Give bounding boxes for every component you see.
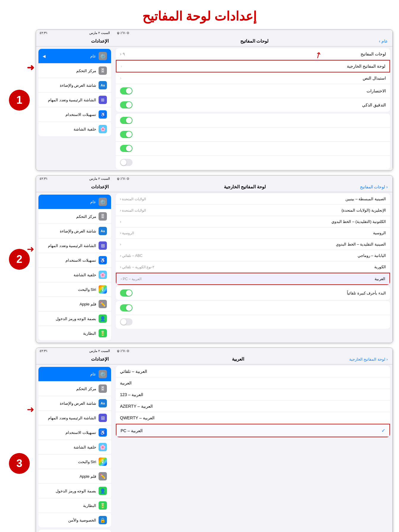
settings-item-wallpaper-1[interactable]: 🌸 خلفية الشاشة: [38, 122, 111, 136]
chinese-simp-right: الولايات المتحدة ‹: [120, 197, 146, 201]
control-label-1: مركز التحكم: [76, 69, 96, 73]
kb-chinese-simplified[interactable]: الصينية المبسطة – بينبين الولايات المتحد…: [116, 193, 390, 205]
arabic-right: العربية – PC ‹: [121, 277, 141, 281]
settings-siri-3[interactable]: 🎙 Siri والبحث: [38, 455, 111, 469]
kb-arabic[interactable]: العربية العربية – PC ‹: [116, 273, 390, 285]
chinese-simp-label: الصينية المبسطة – بينبين: [345, 197, 386, 201]
toggle-1[interactable]: [120, 117, 133, 124]
general-icon-2: ⚙️: [99, 198, 107, 206]
settings-item-general-1[interactable]: ⚙️ عام ◀: [38, 49, 111, 63]
display-icon-2: Aa: [99, 227, 107, 235]
arabic-plain[interactable]: العربية: [116, 377, 390, 389]
settings-display-3[interactable]: Aa شاشة العرض والإضاءة: [38, 396, 111, 411]
kb-celtic[interactable]: الكلتونية (التقليدية) – الخط البدوي ‹: [116, 216, 390, 227]
settings-list-3: ⚙️ عام 🎛 مركز التحكم Aa: [38, 367, 111, 527]
arabic-azerty[interactable]: العربية – AZERTY: [116, 401, 390, 412]
toggle-extra-1[interactable]: [116, 301, 390, 315]
settings-general-3[interactable]: ⚙️ عام: [38, 367, 111, 381]
general-icon-1: ⚙️: [99, 52, 107, 60]
external-keyboards-list: الصينية المبسطة – بينبين الولايات المتحد…: [116, 193, 390, 285]
screen-wrapper-2: ψ ٪٦١ ⊙ ‹ لوحات المفاتيح لوحة المفاتيح ا…: [36, 175, 393, 343]
kb-japanese[interactable]: اليابانية – روماجي ABC – تلقائي ‹: [116, 250, 390, 261]
shortcuts-toggle[interactable]: [120, 87, 133, 94]
nav-title-2: لوحة المفاتيح الخارجية: [224, 184, 266, 190]
toggle-4[interactable]: [120, 159, 133, 166]
kb-korean[interactable]: الكورية ٢-نوع الكورية – تلقائي ‹: [116, 261, 390, 273]
celtic-right: ‹: [120, 220, 121, 224]
general-label-3: عام: [90, 372, 96, 376]
status-bar-right-2: ٤٢:٣١ السبت ٢ مارس: [36, 176, 113, 182]
settings-item-home-1[interactable]: ⊞ الشاشة الرئيسية وتعدد المهام: [38, 93, 111, 107]
kb-item-text-replace[interactable]: استبدال النص ‹: [116, 72, 390, 84]
celtic-label: الكلتونية (التقليدية) – الخط البدوي: [331, 219, 386, 224]
settings-privacy-3[interactable]: 🔒 الخصوصية والأمن: [38, 513, 111, 527]
kb-item-count[interactable]: لوحات المفاتيح ٩ ‹: [116, 48, 390, 60]
kb-chinese-trad[interactable]: الصينية التقليدية – الخط البدوي ‹: [116, 239, 390, 250]
extra-toggle-2[interactable]: [120, 318, 133, 325]
settings-item-access-1[interactable]: ♿ تسهيلات الاستخدام: [38, 107, 111, 122]
nav-back-2[interactable]: ‹ لوحات المفاتيح: [360, 184, 388, 189]
capitalize-switch[interactable]: [120, 289, 133, 297]
control-icon-2: 🎛: [99, 212, 107, 221]
general-label-2: عام: [90, 200, 96, 204]
arabic-azerty-label: العربية – AZERTY: [120, 404, 153, 409]
autocorrect-toggle[interactable]: [120, 101, 133, 108]
toggle-extra-2[interactable]: [116, 315, 390, 329]
kb-item-label: لوحات المفاتيح: [361, 52, 386, 56]
settings-access-2[interactable]: ♿ تسهيلات الاستخدام: [38, 253, 111, 268]
settings-wallpaper-2[interactable]: 🌸 خلفية الشاشة: [38, 268, 111, 282]
settings-control-3[interactable]: 🎛 مركز التحكم: [38, 381, 111, 396]
nav-title-3: العربية: [232, 356, 244, 362]
settings-siri-2[interactable]: 🎙 Siri والبحث: [38, 282, 111, 297]
nav-back-1[interactable]: عام ›: [379, 39, 388, 44]
settings-control-2[interactable]: 🎛 مركز التحكم: [38, 209, 111, 224]
kb-english-us[interactable]: الإنجليزية (الولايات المتحدة) الولايات ا…: [116, 205, 390, 216]
time-right-1: ٤٢:٣١: [40, 31, 48, 35]
settings-battery-2[interactable]: 🔋 البطارية: [38, 326, 111, 340]
toggle-2[interactable]: [120, 131, 133, 138]
status-bar-1: ψ ٪٦١ ⊙: [113, 30, 392, 36]
kb-item-autocorrect[interactable]: التدقيق الذكي: [116, 98, 390, 112]
settings-home-3[interactable]: ⊞ الشاشة الرئيسية وتعدد المهام: [38, 411, 111, 425]
settings-faceid-3[interactable]: 👤 بصمة الوجه ورمز الدخول: [38, 484, 111, 498]
kb-count-val: ٩ ‹: [120, 52, 125, 56]
settings-item-display-1[interactable]: Aa شاشة العرض والإضاءة: [38, 78, 111, 93]
signal-icon: ψ ٪٦١ ⊙: [117, 31, 129, 35]
settings-pencil-3[interactable]: ✏️ قلم Apple: [38, 469, 111, 484]
settings-faceid-2[interactable]: 👤 بصمة الوجه ورمز الدخول: [38, 311, 111, 326]
screen-wrapper-1: ψ ٪٦١ ⊙ عام › لوحات المفاتيح: [36, 30, 393, 171]
toggle-item-3[interactable]: [116, 142, 390, 156]
arabic-qwerty[interactable]: العربية – QWERTY: [116, 412, 390, 424]
screenshot-block-1: ψ ٪٦١ ⊙ عام › لوحات المفاتيح: [6, 30, 393, 171]
home-label-3: الشاشة الرئيسية وتعدد المهام: [48, 416, 96, 420]
settings-general-2[interactable]: ⚙️ عام: [38, 195, 111, 209]
toggle-item-4[interactable]: [116, 156, 390, 169]
toggle-3[interactable]: [120, 145, 133, 152]
arabic-123[interactable]: العربية – 123: [116, 389, 390, 401]
capitalize-toggle[interactable]: البدء بأحرف كبيرة تلقائياً: [116, 286, 390, 300]
arabic-pc[interactable]: ✓ العربية – PC: [116, 424, 390, 437]
settings-appstore-3[interactable]: 📦 App Store: [38, 530, 111, 532]
toggle-item-2[interactable]: [116, 128, 390, 142]
kb-item-shortcuts[interactable]: الاختصارات: [116, 84, 390, 98]
home-label-2: الشاشة الرئيسية وتعدد المهام: [48, 243, 96, 248]
pencil-icon-3: ✏️: [99, 472, 107, 480]
nav-back-3[interactable]: ‹ لوحة المفاتيح الخارجية: [349, 357, 388, 362]
time-right-3: ٤٢:٣١: [40, 349, 48, 353]
settings-pencil-2[interactable]: ✏️ قلم Apple: [38, 297, 111, 311]
settings-home-2[interactable]: ⊞ الشاشة الرئيسية وتعدد المهام: [38, 238, 111, 253]
settings-item-control-1[interactable]: 🎛 مركز التحكم: [38, 63, 111, 78]
extra-toggle-1[interactable]: [120, 304, 133, 311]
arabic-auto[interactable]: العربية – تلقائي: [116, 366, 390, 377]
settings-access-3[interactable]: ♿ تسهيلات الاستخدام: [38, 425, 111, 440]
settings-battery-3[interactable]: 🔋 البطارية: [38, 498, 111, 513]
toggle-item-1[interactable]: [116, 114, 390, 128]
nav-title-1: لوحات المفاتيح: [240, 38, 269, 44]
display-icon-1: Aa: [99, 81, 107, 89]
kb-item-external[interactable]: لوحة المفاتيح الخارجية ‹: [116, 60, 390, 72]
settings-wallpaper-3[interactable]: 🌸 خلفية الشاشة: [38, 440, 111, 455]
japanese-right: ABC – تلقائي ‹: [120, 254, 142, 258]
display-label-3: شاشة العرض والإضاءة: [60, 401, 96, 406]
kb-russian[interactable]: الروسية الروسية ‹: [116, 227, 390, 239]
settings-display-2[interactable]: Aa شاشة العرض والإضاءة: [38, 224, 111, 238]
